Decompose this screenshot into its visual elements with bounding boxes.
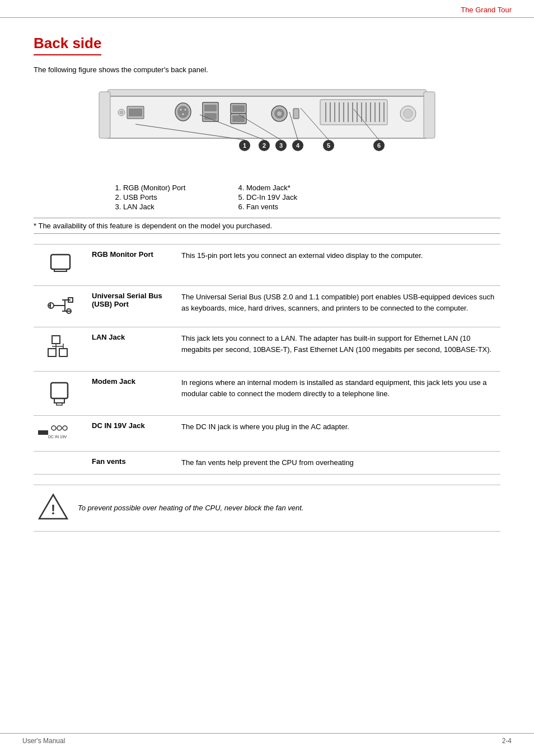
svg-rect-3 [424, 92, 435, 138]
svg-rect-78 [38, 430, 48, 435]
icon-cell-lan [34, 327, 87, 372]
port-item-6: Fan vents [246, 203, 358, 211]
feature-name-usb: Universal Serial Bus (USB) Port [87, 286, 177, 327]
port-item-4: Modem Jack* [246, 184, 358, 192]
availability-note: * The availability of this feature is de… [34, 218, 500, 234]
modem-icon [46, 377, 74, 408]
svg-point-79 [51, 426, 56, 430]
laptop-back-svg: 1 2 3 4 [96, 84, 438, 173]
svg-text:5: 5 [327, 142, 330, 149]
svg-rect-60 [54, 269, 67, 271]
icon-cell-rgb [34, 245, 87, 286]
port-list-right: Modem Jack* DC-In 19V Jack Fan vents [235, 184, 358, 212]
svg-text:!: ! [51, 502, 55, 517]
svg-text:1: 1 [243, 142, 246, 149]
usb-icon [45, 292, 76, 320]
warning-text: To prevent possible over heating of the … [78, 504, 303, 512]
svg-point-12 [182, 114, 184, 115]
svg-text:4: 4 [296, 142, 300, 149]
feature-desc-lan: This jack lets you connect to a LAN. The… [177, 327, 500, 372]
svg-rect-59 [51, 255, 70, 269]
icon-cell-fan [34, 452, 87, 475]
icon-cell-dcin: DC IN 19V [34, 416, 87, 452]
svg-rect-19 [232, 115, 245, 122]
port-item-3: LAN Jack [123, 203, 235, 211]
rgb-monitor-icon [46, 250, 74, 278]
feature-desc-dcin: The DC IN jack is where you plug in the … [177, 416, 500, 452]
feature-name-dcin: DC IN 19V Jack [87, 416, 177, 452]
warning-box: ! To prevent possible over heating of th… [34, 485, 500, 532]
svg-rect-5 [129, 109, 142, 116]
port-list: RGB (Monitor) Port USB Ports LAN Jack Mo… [112, 184, 500, 212]
table-row: Fan vents The fan vents help prevent the… [34, 452, 500, 475]
svg-rect-71 [59, 349, 67, 356]
svg-point-11 [185, 109, 186, 111]
svg-rect-0 [107, 90, 427, 96]
back-panel-diagram: 1 2 3 4 [34, 84, 500, 173]
svg-rect-17 [232, 105, 245, 112]
warning-icon: ! [38, 492, 69, 524]
table-row: Universal Serial Bus (USB) Port The Univ… [34, 286, 500, 327]
icon-cell-modem [34, 372, 87, 416]
feature-name-rgb: RGB Monitor Port [87, 245, 177, 286]
svg-rect-23 [293, 109, 299, 119]
icon-cell-usb [34, 286, 87, 327]
feature-name-fan: Fan vents [87, 452, 177, 475]
svg-rect-69 [52, 336, 60, 344]
svg-point-7 [120, 111, 123, 114]
feature-name-modem: Modem Jack [87, 372, 177, 416]
table-row: LAN Jack This jack lets you connect to a… [34, 327, 500, 372]
svg-text:2: 2 [263, 142, 266, 149]
svg-text:3: 3 [279, 142, 283, 149]
page-header: The Grand Tour [0, 0, 534, 18]
intro-text: The following figure shows the computer'… [34, 65, 500, 74]
svg-rect-2 [99, 92, 110, 138]
page-title: Back side [34, 35, 101, 55]
dcin-icon: DC IN 19V [38, 421, 83, 444]
svg-point-81 [63, 426, 67, 430]
feature-desc-usb: The Universal Serial Bus (USB 2.0 and 1.… [177, 286, 500, 327]
svg-point-40 [404, 109, 413, 118]
svg-rect-75 [51, 383, 68, 398]
book-title: The Grand Tour [461, 6, 512, 14]
footer-left: User's Manual [22, 737, 65, 745]
port-item-2: USB Ports [123, 193, 235, 201]
page-footer: User's Manual 2-4 [0, 733, 534, 745]
footer-right: 2-4 [502, 737, 512, 745]
svg-point-22 [277, 111, 282, 116]
feature-table: RGB Monitor Port This 15-pin port lets y… [34, 244, 500, 475]
lan-icon [46, 333, 74, 364]
feature-desc-modem: In regions where an internal modem is in… [177, 372, 500, 416]
table-row: Modem Jack In regions where an internal … [34, 372, 500, 416]
feature-name-lan: LAN Jack [87, 327, 177, 372]
svg-text:DC IN 19V: DC IN 19V [48, 435, 67, 439]
svg-rect-77 [57, 403, 62, 405]
main-content: Back side The following figure shows the… [0, 18, 534, 548]
feature-desc-fan: The fan vents help prevent the CPU from … [177, 452, 500, 475]
svg-point-10 [180, 109, 182, 111]
port-item-1: RGB (Monitor) Port [123, 184, 235, 192]
table-row: DC IN 19V DC IN 19V Jack The DC IN jack … [34, 416, 500, 452]
svg-rect-14 [204, 105, 217, 111]
svg-point-80 [57, 426, 62, 430]
svg-text:6: 6 [377, 142, 381, 149]
port-item-5: DC-In 19V Jack [246, 193, 358, 201]
table-row: RGB Monitor Port This 15-pin port lets y… [34, 245, 500, 286]
feature-desc-rgb: This 15-pin port lets you connect an ext… [177, 245, 500, 286]
port-list-left: RGB (Monitor) Port USB Ports LAN Jack [112, 184, 235, 212]
svg-rect-70 [48, 349, 56, 356]
svg-point-9 [177, 106, 189, 118]
